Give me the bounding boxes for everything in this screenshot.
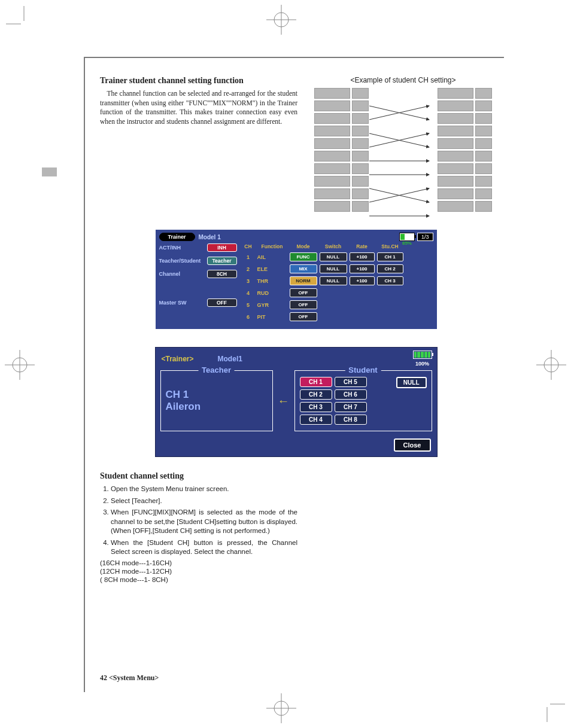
crop-mark-tl — [6, 6, 30, 30]
teacher-diag-cell-sm — [352, 151, 369, 162]
row-function: ELE — [257, 266, 287, 272]
row-mode-button[interactable]: OFF — [290, 288, 317, 297]
battery-pct: 85% — [400, 240, 414, 246]
student-diag-cell-sm — [475, 176, 492, 187]
section-title-trainer: Trainer student channel setting function — [100, 76, 297, 86]
battery-icon-2 — [413, 351, 432, 359]
student-diag-cell-sm — [475, 113, 492, 124]
student-diag-cell-sm — [475, 126, 492, 136]
registration-mark-top — [266, 5, 296, 35]
row-stuch-button[interactable]: CH 3 — [377, 276, 403, 285]
battery-pct-2: 100% — [415, 361, 429, 367]
student-diag-cell — [438, 113, 473, 124]
hdr-switch: Switch — [320, 243, 347, 249]
teacher-diag-cell-sm — [352, 201, 369, 212]
teacher-diag-cell — [314, 188, 350, 199]
step-item: Select [Teacher]. — [111, 496, 297, 506]
channel-button[interactable]: 8CH — [207, 270, 237, 278]
row-rate-button[interactable]: +100 — [350, 276, 375, 285]
row-function: RUD — [257, 290, 287, 296]
teacher-diag-cell — [314, 100, 350, 111]
teacherstudent-button[interactable]: Teacher — [207, 257, 237, 265]
step-item: Open the System Menu trainer screen. — [111, 485, 297, 494]
teacher-diag-cell-sm — [352, 100, 369, 111]
student-diag-cell — [438, 151, 473, 162]
close-button[interactable]: Close — [394, 438, 431, 452]
student-diag-cell — [438, 88, 473, 99]
student-ch-button[interactable]: CH 1 — [300, 377, 332, 387]
row-mode-button[interactable]: MIX — [290, 264, 317, 273]
teacher-diag-cell — [314, 201, 350, 212]
mode-note: ( 8CH mode---1- 8CH) — [100, 576, 297, 583]
page-indicator[interactable]: 1/3 — [417, 233, 433, 241]
mastersw-label: Master SW — [159, 300, 187, 306]
student-diag-cell — [438, 163, 473, 174]
row-switch-button[interactable]: NULL — [320, 264, 347, 273]
channel-label: Channel — [159, 271, 181, 277]
row-rate-button[interactable]: +100 — [350, 252, 375, 261]
channel-select-panel: <Trainer> Model1 100% Teacher CH 1 Ailer… — [155, 347, 438, 457]
registration-mark-right — [536, 350, 566, 380]
row-function: AIL — [257, 254, 287, 260]
teacher-diag-cell — [314, 126, 350, 136]
student-ch-button[interactable]: CH 8 — [335, 415, 367, 425]
example-caption: <Example of student CH setting> — [314, 76, 492, 84]
student-legend: Student — [345, 365, 381, 374]
page-footer: 42 <System Menu> — [100, 674, 159, 683]
student-diag-cell-sm — [475, 163, 492, 174]
teacher-fieldset: Teacher CH 1 Aileron — [160, 370, 273, 431]
trainer-screen-panel: Trainer Model 1 85% 1/3 ACT/INHINH Teach… — [156, 230, 437, 329]
student-ch-button[interactable]: CH 6 — [335, 389, 367, 400]
teacher-diag-cell-sm — [352, 126, 369, 136]
teacher-diag-cell-sm — [352, 113, 369, 124]
student-diag-cell-sm — [475, 188, 492, 199]
section-body-text: The channel function can be selected and… — [100, 89, 297, 126]
row-function: PIT — [257, 314, 287, 320]
screen-title-2[interactable]: <Trainer> — [162, 355, 194, 363]
actinh-button[interactable]: INH — [207, 243, 237, 252]
section-title-student: Student channel setting — [100, 471, 297, 481]
student-ch-button[interactable]: CH 5 — [335, 377, 367, 387]
row-switch-button[interactable]: NULL — [320, 252, 347, 261]
row-mode-button[interactable]: NORM — [290, 276, 317, 285]
student-ch-button[interactable]: CH 4 — [300, 415, 332, 425]
channel-mapping-diagram — [314, 88, 492, 212]
mastersw-button[interactable]: OFF — [207, 298, 237, 307]
row-rate-button[interactable]: +100 — [350, 264, 375, 273]
row-stuch-button[interactable]: CH 1 — [377, 252, 403, 261]
svg-point-0 — [274, 13, 288, 27]
row-ch-num: 3 — [242, 278, 255, 284]
breadcrumb: <System Menu> — [109, 674, 159, 682]
row-ch-num: 5 — [242, 302, 255, 308]
row-ch-num: 6 — [242, 314, 255, 320]
student-diag-cell — [438, 126, 473, 136]
mode-note: (12CH mode---1-12CH) — [100, 568, 297, 575]
hdr-stuch: Stu.CH — [377, 243, 403, 249]
student-ch-button[interactable]: CH 2 — [300, 389, 332, 400]
teacher-diag-cell — [314, 113, 350, 124]
row-mode-button[interactable]: FUNC — [290, 252, 317, 261]
screen-title-pill[interactable]: Trainer — [159, 233, 195, 241]
student-ch-button[interactable]: CH 3 — [300, 402, 332, 412]
teacher-diag-cell — [314, 176, 350, 187]
student-ch-button[interactable]: CH 7 — [335, 402, 367, 412]
battery-icon: 85% — [399, 233, 415, 241]
mode-note: (16CH mode---1-16CH) — [100, 559, 297, 566]
student-diag-cell-sm — [475, 201, 492, 212]
row-mode-button[interactable]: OFF — [290, 312, 317, 321]
null-button[interactable]: NULL — [396, 377, 427, 388]
teacher-diag-cell — [314, 163, 350, 174]
teacher-diag-cell — [314, 151, 350, 162]
teacher-diag-cell — [314, 88, 350, 99]
teacher-diag-cell-sm — [352, 163, 369, 174]
row-switch-button[interactable]: NULL — [320, 276, 347, 285]
row-stuch-button[interactable]: CH 2 — [377, 264, 403, 273]
row-mode-button[interactable]: OFF — [290, 300, 317, 309]
row-function: GYR — [257, 302, 287, 308]
student-diag-cell-sm — [475, 151, 492, 162]
teacher-diag-cell-sm — [352, 188, 369, 199]
row-function: THR — [257, 278, 287, 284]
step-item: When [FUNC][MIX][NORM] is selected as th… — [111, 508, 297, 536]
teacher-ch-function: Aileron — [166, 401, 268, 413]
teacher-diag-cell-sm — [352, 176, 369, 187]
